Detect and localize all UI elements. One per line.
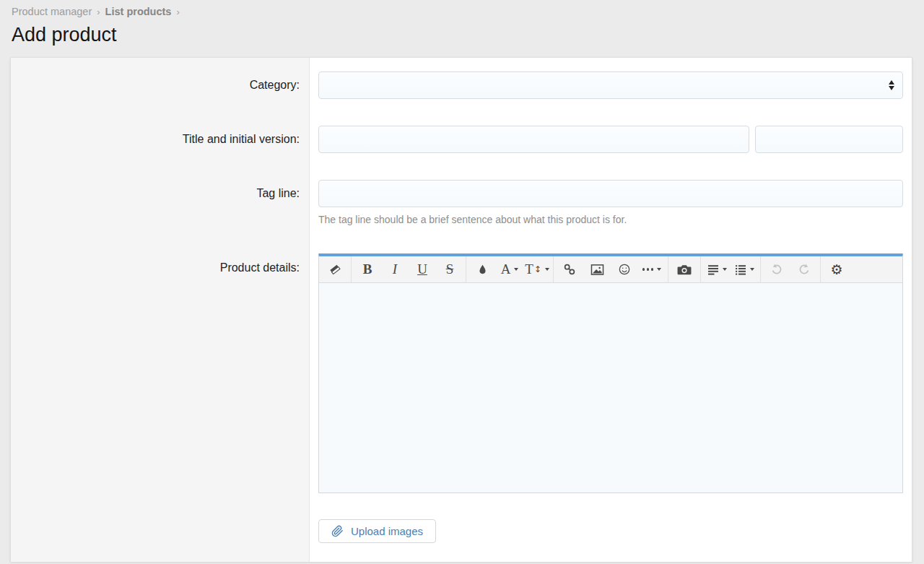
picture-icon	[590, 264, 604, 276]
title-version-row: Title and initial version:	[11, 126, 912, 153]
product-details-label: Product details:	[11, 253, 310, 274]
italic-button[interactable]: I	[381, 256, 409, 282]
breadcrumb-separator: ›	[176, 6, 179, 17]
align-left-icon	[707, 264, 719, 275]
upload-images-button[interactable]: Upload images	[318, 519, 436, 543]
chevron-down-icon	[545, 268, 549, 271]
redo-arrow-icon	[798, 263, 811, 276]
smiley-icon	[618, 263, 631, 276]
upload-images-label: Upload images	[351, 525, 423, 537]
link-button[interactable]	[556, 256, 583, 282]
select-stepper-icon	[889, 80, 894, 90]
breadcrumb-separator: ›	[97, 6, 100, 17]
font-color-button[interactable]: A	[496, 256, 523, 282]
chevron-down-icon	[750, 268, 754, 271]
product-details-row: Product details:	[11, 253, 912, 543]
category-select[interactable]	[318, 71, 903, 99]
strikethrough-glyph: S	[446, 261, 454, 277]
bold-button[interactable]: B	[354, 256, 381, 282]
rich-text-editor: B I U S	[318, 253, 903, 493]
image-button[interactable]	[583, 256, 611, 282]
font-a-glyph: A	[501, 261, 511, 277]
chain-icon	[563, 263, 576, 276]
underline-button[interactable]: U	[409, 256, 436, 282]
tagline-row: Tag line: The tag line should be a brief…	[11, 180, 912, 225]
undo-arrow-icon	[770, 263, 783, 276]
list-icon	[735, 264, 746, 275]
align-button[interactable]	[703, 256, 731, 282]
text-color-button[interactable]	[468, 256, 496, 282]
tagline-help-text: The tag line should be a brief sentence …	[318, 214, 903, 225]
eraser-icon	[328, 263, 341, 276]
title-version-label: Title and initial version:	[11, 133, 310, 146]
bold-glyph: B	[363, 261, 372, 277]
breadcrumb: Product manager › List products ›	[0, 0, 924, 17]
redo-button[interactable]	[790, 256, 818, 282]
size-t-glyph: T	[525, 261, 533, 277]
font-size-button[interactable]: T ↕	[523, 256, 551, 282]
ellipsis-icon	[642, 268, 653, 270]
droplet-icon	[477, 264, 488, 275]
italic-glyph: I	[393, 261, 397, 277]
category-row: Category:	[11, 71, 912, 99]
camera-button[interactable]	[671, 256, 698, 282]
underline-glyph: U	[417, 261, 427, 277]
remove-format-button[interactable]	[321, 256, 349, 282]
chevron-down-icon	[723, 268, 727, 271]
add-product-form-panel: Category: Title and initial version: Tag…	[10, 57, 912, 562]
category-label: Category:	[11, 79, 310, 92]
tagline-label: Tag line:	[11, 180, 310, 200]
undo-button[interactable]	[763, 256, 790, 282]
title-input[interactable]	[318, 126, 749, 153]
breadcrumb-item-product-manager[interactable]: Product manager	[12, 6, 92, 17]
chevron-down-icon	[657, 268, 661, 271]
up-down-arrow-icon: ↕	[534, 264, 541, 274]
emoji-button[interactable]	[611, 256, 638, 282]
editor-toolbar: B I U S	[319, 256, 902, 283]
page-title: Add product	[12, 24, 924, 46]
list-button[interactable]	[731, 256, 758, 282]
tagline-input[interactable]	[318, 180, 903, 207]
initial-version-input[interactable]	[755, 126, 903, 153]
camera-icon	[677, 264, 692, 276]
paperclip-icon	[331, 525, 344, 537]
breadcrumb-item-list-products[interactable]: List products	[105, 6, 172, 17]
product-details-editor-area[interactable]	[319, 283, 902, 493]
settings-button[interactable]: ⚙	[823, 256, 850, 282]
strikethrough-button[interactable]: S	[436, 256, 463, 282]
more-options-button[interactable]	[638, 256, 666, 282]
chevron-down-icon	[514, 268, 518, 271]
gear-icon: ⚙	[830, 261, 842, 277]
